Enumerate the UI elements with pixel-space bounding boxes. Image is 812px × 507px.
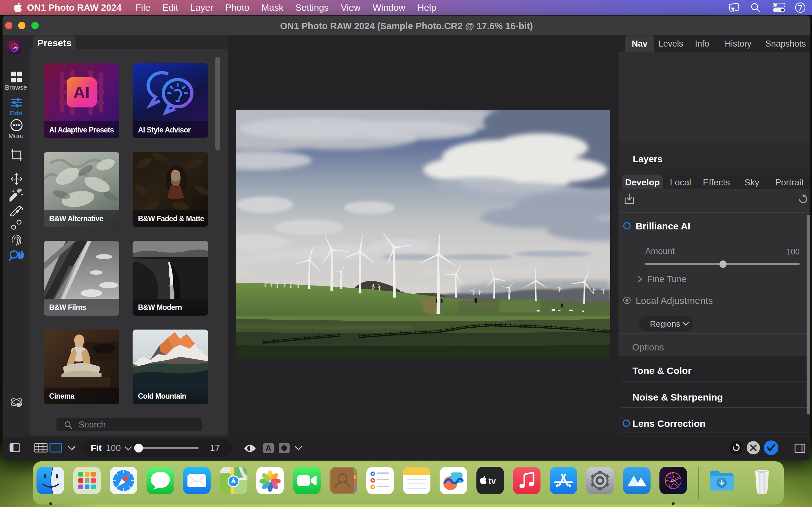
svg-text:ON: ON <box>12 46 17 49</box>
svg-text:tv: tv <box>489 476 496 486</box>
svg-text:AI: AI <box>73 83 90 102</box>
svg-text:ON: ON <box>671 479 676 483</box>
